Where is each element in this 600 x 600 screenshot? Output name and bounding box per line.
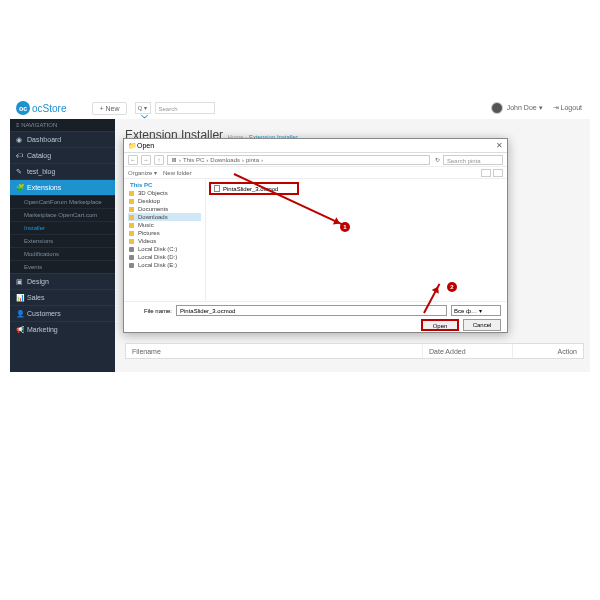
logo-icon: oc <box>16 101 30 115</box>
puzzle-icon: 🧩 <box>16 184 23 191</box>
sidebar-sub-installer[interactable]: Installer <box>10 221 115 234</box>
file-icon <box>214 185 220 192</box>
open-button[interactable]: Open <box>421 319 459 331</box>
annotation-marker-2: 2 <box>447 282 457 292</box>
tree-3dobjects[interactable]: 3D Objects <box>128 189 201 197</box>
folder-icon: 📁 <box>128 142 137 150</box>
close-icon[interactable]: ✕ <box>496 141 503 150</box>
tag-icon: 🏷 <box>16 152 23 159</box>
col-filename[interactable]: Filename <box>126 344 423 358</box>
file-list[interactable]: PintaSlider_3.ocmod <box>206 179 507 301</box>
file-open-dialog: 📁 Open ✕ ← → ↑ 🖥 › This PC › Downloads ›… <box>123 138 508 333</box>
tree-music[interactable]: Music <box>128 221 201 229</box>
pc-icon: 🖥 <box>171 155 177 165</box>
cancel-button[interactable]: Cancel <box>463 319 501 331</box>
tree-pictures[interactable]: Pictures <box>128 229 201 237</box>
sidebar-sub-marketplace-oc[interactable]: Marketplace OpenCart.com <box>10 208 115 221</box>
filename-label: File name: <box>130 308 172 314</box>
tree-diskd[interactable]: Local Disk (D:) <box>128 253 201 261</box>
sidebar: ≡ NAVIGATION ◉Dashboard 🏷Catalog ✎test_b… <box>10 119 115 372</box>
newfolder-button[interactable]: New folder <box>163 170 192 176</box>
help-button[interactable] <box>493 169 503 177</box>
tree-diske[interactable]: Local Disk (E:) <box>128 261 201 269</box>
sidebar-item-design[interactable]: ▣Design <box>10 273 115 289</box>
col-action: Action <box>513 344 583 358</box>
annotation-marker-1: 1 <box>340 222 350 232</box>
sidebar-sub-modifications[interactable]: Modifications <box>10 247 115 260</box>
edit-icon: ✎ <box>16 168 23 175</box>
view-button[interactable] <box>481 169 491 177</box>
sidebar-sub-marketplace-forum[interactable]: OpenCartForum Marketplace <box>10 195 115 208</box>
tree-videos[interactable]: Videos <box>128 237 201 245</box>
tree-diskc[interactable]: Local Disk (C:) <box>128 245 201 253</box>
dialog-title: Open <box>137 142 154 149</box>
organize-button[interactable]: Organize ▾ <box>128 169 157 176</box>
filename-input[interactable]: PintaSlider_3.ocmod <box>176 305 447 316</box>
folder-tree: This PC 3D Objects Desktop Documents Dow… <box>124 179 206 301</box>
avatar[interactable] <box>491 102 503 114</box>
logout-link[interactable]: ⇥ Logout <box>553 104 582 112</box>
logo: oc ocStore <box>16 101 66 115</box>
design-icon: ▣ <box>16 278 23 285</box>
nav-up-button[interactable]: ↑ <box>154 155 164 165</box>
nav-back-button[interactable]: ← <box>128 155 138 165</box>
refresh-icon[interactable]: ↻ <box>435 156 440 163</box>
sidebar-sub-extensions[interactable]: Extensions <box>10 234 115 247</box>
sidebar-item-dashboard[interactable]: ◉Dashboard <box>10 131 115 147</box>
new-button[interactable]: + New <box>92 102 126 115</box>
tree-thispc[interactable]: This PC <box>128 181 201 189</box>
sidebar-item-customers[interactable]: 👤Customers <box>10 305 115 321</box>
search-input[interactable]: Search <box>155 102 215 114</box>
sidebar-item-sales[interactable]: 📊Sales <box>10 289 115 305</box>
quick-search-button[interactable]: Q ▾ <box>135 102 151 114</box>
logo-text: ocStore <box>32 103 66 114</box>
dialog-search-input[interactable]: Search pinta <box>443 155 503 165</box>
user-menu[interactable]: John Doe ▾ <box>507 104 543 112</box>
filetype-select[interactable]: Все ф… ▾ <box>451 305 501 316</box>
chart-icon: 📊 <box>16 294 23 301</box>
sidebar-item-extensions[interactable]: 🧩Extensions <box>10 179 115 195</box>
path-bar[interactable]: 🖥 › This PC › Downloads › pinta › <box>167 155 430 165</box>
col-dateadded[interactable]: Date Added <box>423 344 513 358</box>
tree-desktop[interactable]: Desktop <box>128 197 201 205</box>
tree-documents[interactable]: Documents <box>128 205 201 213</box>
tree-downloads[interactable]: Downloads <box>128 213 201 221</box>
table-header: Filename Date Added Action <box>125 343 584 359</box>
nav-forward-button[interactable]: → <box>141 155 151 165</box>
sidebar-sub-events[interactable]: Events <box>10 260 115 273</box>
megaphone-icon: 📢 <box>16 326 23 333</box>
user-icon: 👤 <box>16 310 23 317</box>
dashboard-icon: ◉ <box>16 136 23 143</box>
sidebar-item-marketing[interactable]: 📢Marketing <box>10 321 115 337</box>
sidebar-header: ≡ NAVIGATION <box>10 119 115 131</box>
sidebar-item-catalog[interactable]: 🏷Catalog <box>10 147 115 163</box>
sidebar-item-testblog[interactable]: ✎test_blog <box>10 163 115 179</box>
